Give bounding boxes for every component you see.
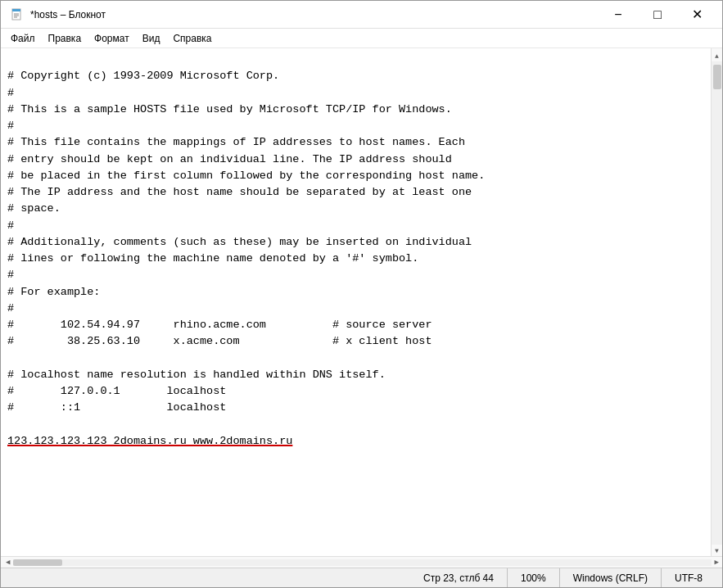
scroll-track-y[interactable] (712, 61, 723, 545)
scroll-right-button[interactable]: ▶ (712, 558, 722, 567)
scroll-up-button[interactable]: ▲ (712, 50, 723, 61)
scroll-track-x[interactable] (13, 559, 711, 566)
editor-scroll[interactable]: # Copyright (c) 1993-2009 Microsoft Corp… (1, 48, 711, 556)
status-line-ending: Windows (CRLF) (559, 568, 661, 587)
title-bar-left: *hosts – Блокнот (11, 8, 106, 21)
status-bar: Стр 23, стлб 44 100% Windows (CRLF) UTF-… (1, 568, 722, 587)
status-encoding: UTF-8 (661, 568, 716, 587)
svg-rect-1 (12, 9, 20, 11)
menu-format[interactable]: Формат (88, 31, 136, 46)
notepad-icon (11, 8, 24, 21)
editor-wrapper: # Copyright (c) 1993-2009 Microsoft Corp… (1, 48, 722, 556)
menu-bar: Файл Правка Формат Вид Справка (1, 29, 722, 48)
minimize-button[interactable]: − (599, 3, 637, 26)
scroll-thumb-y[interactable] (713, 65, 721, 89)
close-button[interactable]: ✕ (678, 3, 716, 26)
menu-file[interactable]: Файл (4, 31, 42, 46)
scrollbar-horizontal[interactable]: ◀ ▶ (1, 556, 722, 568)
scrollbar-vertical[interactable]: ▲ ▼ (711, 48, 722, 556)
menu-view[interactable]: Вид (136, 31, 167, 46)
window: *hosts – Блокнот − □ ✕ Файл Правка Форма… (0, 0, 723, 588)
title-bar: *hosts – Блокнот − □ ✕ (1, 1, 722, 29)
scroll-thumb-x[interactable] (13, 559, 62, 566)
menu-edit[interactable]: Правка (42, 31, 88, 46)
editor-content[interactable]: # Copyright (c) 1993-2009 Microsoft Corp… (7, 52, 704, 553)
title-bar-controls: − □ ✕ (599, 3, 716, 26)
scroll-left-button[interactable]: ◀ (2, 558, 13, 567)
status-position: Стр 23, стлб 44 (410, 568, 507, 587)
last-line: 123.123.123.123 2domains.ru www.2domains… (7, 435, 292, 447)
scroll-down-button[interactable]: ▼ (712, 545, 723, 556)
status-zoom: 100% (507, 568, 559, 587)
maximize-button[interactable]: □ (639, 3, 676, 26)
window-title: *hosts – Блокнот (30, 9, 106, 20)
menu-help[interactable]: Справка (166, 31, 218, 46)
